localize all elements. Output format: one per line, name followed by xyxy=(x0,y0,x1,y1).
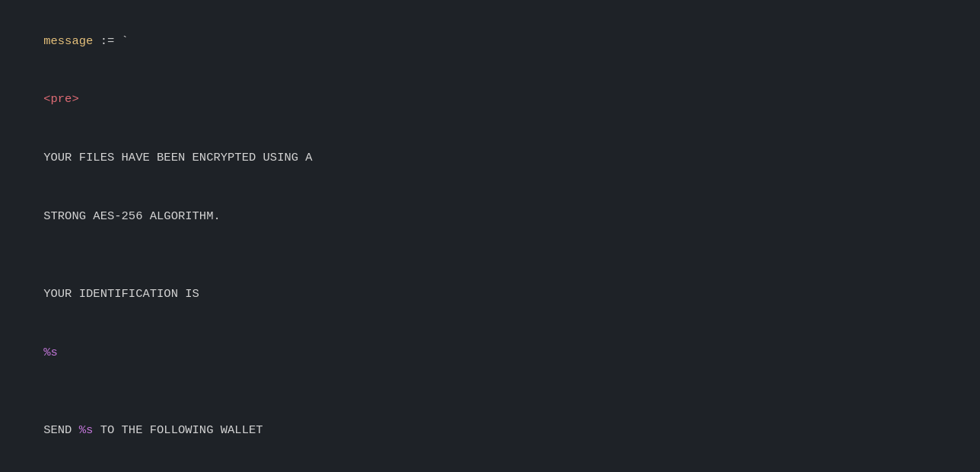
code-line-8 xyxy=(15,382,965,402)
format-specifier-id: %s xyxy=(43,346,58,359)
format-specifier-price: %s xyxy=(79,423,94,437)
code-line-3: YOUR FILES HAVE BEEN ENCRYPTED USING A xyxy=(15,129,965,187)
code-line-6: YOUR IDENTIFICATION IS xyxy=(15,265,965,324)
code-line-10: %s xyxy=(15,460,965,472)
code-line-1: message := ` xyxy=(15,12,965,71)
code-editor: message := ` <pre> YOUR FILES HAVE BEEN … xyxy=(0,0,980,472)
code-line-5 xyxy=(15,246,965,266)
code-line-7: %s xyxy=(15,324,965,382)
code-line-2: <pre> xyxy=(15,71,965,129)
tag-pre-open: <pre> xyxy=(43,92,79,106)
code-line-4: STRONG AES-256 ALGORITHM. xyxy=(15,187,965,246)
code-line-9: SEND %s TO THE FOLLOWING WALLET xyxy=(15,401,965,460)
var-message: message xyxy=(43,34,93,48)
